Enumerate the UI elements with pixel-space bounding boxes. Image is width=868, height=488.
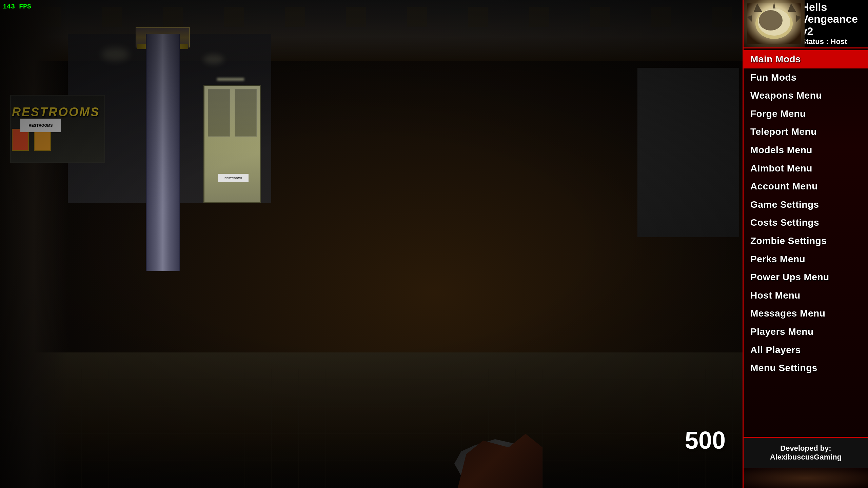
left-wall — [0, 0, 68, 488]
menu-footer-logo — [744, 468, 868, 488]
menu-title: Hells Vengeance v2 — [801, 1, 858, 37]
menu-item-menu-settings[interactable]: Menu Settings — [744, 359, 868, 377]
weapon-hand — [407, 386, 542, 488]
svg-marker-1 — [788, 3, 796, 12]
menu-item-power-ups-menu[interactable]: Power Ups Menu — [744, 268, 868, 286]
menu-item-zombie-settings[interactable]: Zombie Settings — [744, 232, 868, 250]
fps-counter: 143 FPS — [3, 3, 31, 11]
menu-item-account-menu[interactable]: Account Menu — [744, 177, 868, 196]
light-fixture-1 — [102, 47, 129, 61]
svg-point-7 — [759, 10, 783, 30]
menu-item-perks-menu[interactable]: Perks Menu — [744, 250, 868, 268]
game-viewport: RESTROOMS RESTROOMS RESTROOMS — [0, 0, 868, 488]
menu-item-game-settings[interactable]: Game Settings — [744, 196, 868, 214]
svg-marker-2 — [754, 3, 762, 12]
menu-item-costs-settings[interactable]: Costs Settings — [744, 214, 868, 232]
svg-marker-3 — [796, 15, 801, 22]
menu-logo-image — [744, 0, 805, 47]
menu-item-host-menu[interactable]: Host Menu — [744, 286, 868, 305]
column — [146, 34, 180, 271]
logo-spikes-svg — [744, 0, 805, 47]
menu-item-teleport-menu[interactable]: Teleport Menu — [744, 123, 868, 141]
door-sign: RESTROOMS — [218, 174, 249, 182]
light-fixture-2 — [203, 54, 224, 64]
restrooms-sign-text: RESTROOMS — [12, 105, 100, 119]
menu-status: Status : Host — [801, 37, 858, 46]
menu-item-models-menu[interactable]: Models Menu — [744, 141, 868, 159]
menu-header: Hells Vengeance v2 Status : Host — [744, 0, 868, 48]
menu-item-all-players[interactable]: All Players — [744, 341, 868, 359]
distant-light-strip — [217, 78, 244, 81]
menu-footer: Developed by: AlexibuscusGaming — [744, 437, 868, 488]
door-panel-right — [235, 89, 257, 137]
door-panel-left — [208, 89, 230, 137]
menu-footer-text: Developed by: AlexibuscusGaming — [744, 438, 868, 468]
distant-door: RESTROOMS — [203, 85, 261, 203]
menu-item-players-menu[interactable]: Players Menu — [744, 323, 868, 341]
restrooms-sub-sign: RESTROOMS — [20, 119, 61, 132]
score-display: 500 — [685, 426, 726, 454]
right-wall-detail — [637, 68, 739, 237]
svg-marker-4 — [747, 15, 752, 22]
menu-list-container: Main ModsFun ModsWeapons MenuForge MenuT… — [744, 48, 868, 437]
menu-item-aimbot-menu[interactable]: Aimbot Menu — [744, 159, 868, 178]
menu-item-messages-menu[interactable]: Messages Menu — [744, 304, 868, 323]
menu-item-weapons-menu[interactable]: Weapons Menu — [744, 86, 868, 105]
menu-item-forge-menu[interactable]: Forge Menu — [744, 105, 868, 123]
menu-item-main-mods[interactable]: Main Mods — [744, 50, 868, 68]
menu-panel: Hells Vengeance v2 Status : Host Main Mo… — [743, 0, 868, 488]
menu-logo-area: Hells Vengeance v2 Status : Host — [744, 0, 868, 47]
hand-shape — [458, 420, 542, 488]
ceiling-beams — [0, 7, 868, 27]
menu-item-fun-mods[interactable]: Fun Mods — [744, 68, 868, 87]
